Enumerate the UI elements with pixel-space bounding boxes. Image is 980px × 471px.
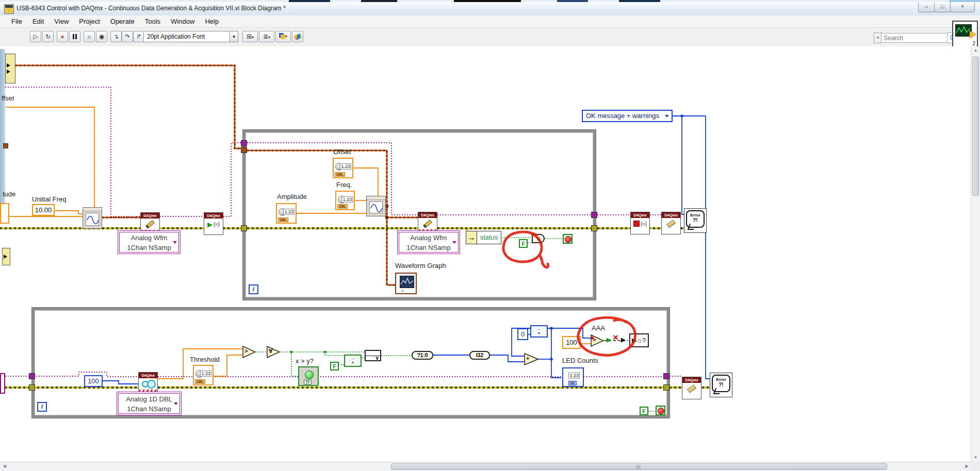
- scroll-right-button[interactable]: ▶: [962, 462, 971, 471]
- threshold-label[interactable]: Threshold: [190, 356, 220, 363]
- amplitude-control[interactable]: 1.23 DBL: [276, 203, 297, 224]
- simple-error-handler-1[interactable]: Error?!: [684, 208, 707, 233]
- aaa-label[interactable]: AAA: [592, 324, 605, 332]
- scroll-up-button[interactable]: ▲: [971, 46, 980, 55]
- stop-question-node[interactable]: ▶⌂?: [629, 333, 649, 347]
- unbundle-status-field[interactable]: status: [477, 231, 501, 244]
- error-enum-constant[interactable]: OK message + warnings: [582, 110, 673, 122]
- loop1-iteration-terminal[interactable]: i: [249, 284, 258, 294]
- menu-operate[interactable]: Operate: [105, 16, 140, 26]
- selector-dropdown-icon[interactable]: [174, 402, 178, 405]
- loop2-stop-terminal[interactable]: [656, 406, 665, 415]
- reorder-button[interactable]: ▾: [275, 31, 291, 42]
- selector-dropdown-icon[interactable]: [452, 241, 456, 244]
- false-constant-3[interactable]: F: [640, 407, 648, 415]
- freq-control[interactable]: 1.23 DBL: [335, 191, 355, 210]
- compound-or-function[interactable]: v: [365, 350, 381, 361]
- menu-project[interactable]: Project: [74, 16, 105, 26]
- amplitude-label[interactable]: Amplitude: [277, 193, 307, 200]
- vertical-scrollbar[interactable]: ▲ ▼: [971, 46, 980, 462]
- initial-freq-constant[interactable]: 10.00: [32, 204, 55, 216]
- distribute-objects-button[interactable]: ≣▾: [259, 31, 274, 42]
- maximize-button[interactable]: □: [934, 2, 951, 12]
- freq-label[interactable]: Freq.: [336, 181, 352, 189]
- run-continuous-button[interactable]: ↻: [42, 31, 54, 42]
- zero-constant[interactable]: 0: [517, 328, 528, 340]
- daqmx-clear-task-vi-1[interactable]: DAQmx: [661, 212, 681, 234]
- tunnel-task-in-2[interactable]: [29, 373, 35, 379]
- selector-dropdown-icon[interactable]: [173, 241, 177, 244]
- daqmx-start-task-vi[interactable]: DAQmx ▶{≈}: [204, 212, 223, 235]
- waveform-graph-terminal[interactable]: ≈: [395, 273, 417, 294]
- menu-edit[interactable]: Edit: [27, 16, 49, 26]
- menu-window[interactable]: Window: [166, 16, 200, 26]
- tunnel-error-in-2[interactable]: [29, 384, 35, 391]
- false-constant-2[interactable]: F: [330, 362, 339, 371]
- to-i32-function[interactable]: I32: [469, 351, 490, 360]
- and-array-elements-function[interactable]: ∀: [267, 346, 280, 360]
- write-selector-1[interactable]: Analog Wfm 1Chan NSamp: [118, 230, 181, 254]
- false-constant-1[interactable]: F: [519, 239, 528, 248]
- broken-wire-x-icon[interactable]: ×: [613, 332, 618, 343]
- pause-button[interactable]: [69, 31, 80, 42]
- waveform-graph-label[interactable]: Waveform Graph: [395, 262, 446, 270]
- font-selector[interactable]: 20pt Application Font: [143, 31, 230, 42]
- feedback-node-boolean[interactable]: → ▲: [344, 355, 362, 367]
- menu-help[interactable]: Help: [200, 16, 224, 26]
- align-objects-button[interactable]: ⊞▾: [242, 31, 258, 42]
- cleanup-diagram-button[interactable]: [292, 31, 303, 42]
- greater-than-function[interactable]: >: [242, 346, 256, 360]
- daqmx-clear-task-vi-2[interactable]: DAQmx: [682, 377, 701, 399]
- build-array-node[interactable]: [5, 54, 15, 83]
- scroll-down-button[interactable]: ▼: [971, 453, 980, 462]
- abort-button[interactable]: ●: [57, 31, 68, 42]
- step-out-button[interactable]: ↱: [133, 31, 144, 42]
- highlight-execution-button[interactable]: ☼: [84, 31, 95, 42]
- read-selector[interactable]: Analog 1D DBL 1Chan NSamp: [117, 392, 182, 415]
- step-into-button[interactable]: ↴: [110, 31, 122, 42]
- offset-label-clipped[interactable]: ffset: [2, 94, 14, 102]
- loop2-iteration-terminal[interactable]: i: [37, 402, 47, 412]
- tunnel-waveform-in[interactable]: [241, 147, 247, 153]
- led-counts-indicator[interactable]: 1.23 I32: [562, 367, 584, 387]
- offset-label[interactable]: Offset: [333, 148, 351, 156]
- menu-file[interactable]: File: [6, 16, 27, 26]
- amplitude-label-clipped[interactable]: tude: [3, 190, 15, 198]
- build-array-node-2[interactable]: [2, 248, 10, 265]
- vi-connector-icon[interactable]: 2: [952, 21, 978, 47]
- simulate-signal-vi-2[interactable]: [366, 196, 386, 216]
- tunnel-task-out-2[interactable]: [663, 373, 669, 379]
- daqmx-stop-task-vi[interactable]: DAQmx {≈}: [630, 212, 650, 234]
- simple-error-handler-2[interactable]: Error?!: [710, 373, 732, 397]
- tunnel-error-out-2[interactable]: [663, 384, 669, 391]
- run-button[interactable]: ▷: [30, 31, 41, 42]
- tunnel-error-in[interactable]: [241, 225, 247, 231]
- horizontal-scroll-thumb[interactable]: [391, 463, 887, 470]
- write-selector-2[interactable]: Analog Wfm 1Chan NSamp: [397, 230, 460, 254]
- boolean-to-01-function[interactable]: ?1:0: [412, 351, 433, 360]
- close-button[interactable]: ×: [950, 2, 975, 12]
- tunnel-task-in[interactable]: [241, 140, 247, 146]
- limit-constant[interactable]: 100: [562, 336, 581, 349]
- offset-control[interactable]: 1.23 DBL: [333, 158, 353, 178]
- step-over-button[interactable]: ↷: [122, 31, 133, 42]
- loop1-stop-terminal[interactable]: [563, 234, 573, 244]
- menu-view[interactable]: View: [49, 16, 74, 26]
- threshold-control[interactable]: 1.23 DBL: [193, 365, 214, 385]
- tunnel-task-out[interactable]: [591, 212, 597, 218]
- initial-freq-label[interactable]: Unitial Freq: [32, 195, 66, 203]
- or-function[interactable]: v: [532, 234, 545, 243]
- simulate-signal-vi-1[interactable]: [83, 207, 102, 229]
- search-input[interactable]: [881, 33, 948, 43]
- retain-wire-values-button[interactable]: ◉: [96, 31, 107, 42]
- vertical-scroll-thumb[interactable]: [972, 57, 979, 196]
- daqmx-node-partial[interactable]: [0, 373, 5, 394]
- menu-tools[interactable]: Tools: [140, 16, 166, 26]
- enum-dropdown-icon[interactable]: [665, 115, 669, 117]
- add-function[interactable]: +: [524, 353, 538, 367]
- collapse-search-button[interactable]: ◂: [874, 32, 881, 43]
- tunnel-error-out[interactable]: [591, 225, 597, 231]
- horizontal-scrollbar[interactable]: ◀ ▶: [0, 462, 971, 471]
- samples-constant[interactable]: 100: [84, 375, 103, 387]
- amplitude-control-partial[interactable]: [0, 203, 9, 224]
